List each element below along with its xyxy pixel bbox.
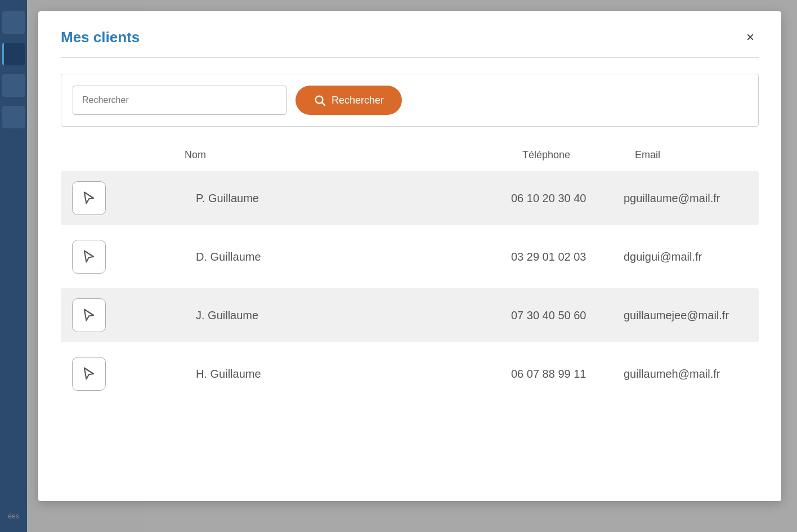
- sidebar-item-4[interactable]: [2, 106, 25, 128]
- table-header-nom: Nom: [185, 149, 522, 161]
- row-select-button[interactable]: [72, 298, 106, 332]
- row-select-button[interactable]: [72, 357, 106, 391]
- row-select-button[interactable]: [72, 181, 106, 215]
- search-icon: [314, 94, 326, 106]
- table-header-icon: [72, 149, 185, 161]
- row-phone: 03 29 01 02 03: [511, 251, 624, 263]
- cursor-icon: [81, 307, 97, 323]
- table-row: J. Guillaume 07 30 40 50 60 guillaumejee…: [61, 288, 759, 342]
- table-row: P. Guillaume 06 10 20 30 40 pguillaume@m…: [61, 171, 759, 225]
- row-phone: 07 30 40 50 60: [511, 309, 624, 322]
- row-select-button[interactable]: [72, 240, 106, 274]
- row-email: dguigui@mail.fr: [624, 251, 747, 263]
- table-header-email: Email: [635, 149, 759, 161]
- sidebar: ées: [0, 0, 27, 532]
- close-button[interactable]: ×: [742, 28, 759, 46]
- sidebar-bottom-label: ées: [8, 512, 19, 520]
- modal-container: Mes clients × Rechercher Nom Téléphone E…: [38, 11, 781, 501]
- cursor-icon: [81, 190, 97, 206]
- cursor-icon: [81, 249, 97, 265]
- modal-header: Mes clients ×: [61, 28, 759, 46]
- search-row: Rechercher: [61, 74, 759, 127]
- sidebar-item-1[interactable]: [2, 11, 25, 34]
- table-row: D. Guillaume 03 29 01 02 03 dguigui@mail…: [61, 230, 759, 284]
- row-email: guillaumejee@mail.fr: [624, 309, 747, 322]
- row-name: P. Guillaume: [185, 192, 511, 205]
- sidebar-item-2[interactable]: [2, 43, 25, 65]
- sidebar-item-3[interactable]: [2, 74, 25, 97]
- row-name: H. Guillaume: [185, 368, 511, 381]
- row-phone: 06 10 20 30 40: [511, 192, 624, 205]
- table-header-telephone: Téléphone: [522, 149, 635, 161]
- modal-title: Mes clients: [61, 29, 140, 46]
- row-icon-cell: [72, 298, 185, 332]
- row-icon-cell: [72, 240, 185, 274]
- table-body: P. Guillaume 06 10 20 30 40 pguillaume@m…: [61, 171, 759, 401]
- search-button[interactable]: Rechercher: [295, 86, 402, 115]
- search-input[interactable]: [73, 86, 286, 115]
- row-phone: 06 07 88 99 11: [511, 368, 624, 381]
- svg-line-1: [322, 102, 325, 105]
- row-icon-cell: [72, 357, 185, 391]
- search-button-label: Rechercher: [332, 95, 384, 106]
- table-header: Nom Téléphone Email: [61, 144, 759, 167]
- modal-divider: [61, 57, 759, 58]
- row-name: D. Guillaume: [185, 251, 511, 263]
- row-email: pguillaume@mail.fr: [624, 192, 747, 205]
- modal-overlay: Mes clients × Rechercher Nom Téléphone E…: [27, 0, 797, 532]
- cursor-icon: [81, 366, 97, 382]
- row-name: J. Guillaume: [185, 309, 511, 322]
- row-icon-cell: [72, 181, 185, 215]
- row-email: guillaumeh@mail.fr: [624, 368, 747, 381]
- table-row: H. Guillaume 06 07 88 99 11 guillaumeh@m…: [61, 347, 759, 401]
